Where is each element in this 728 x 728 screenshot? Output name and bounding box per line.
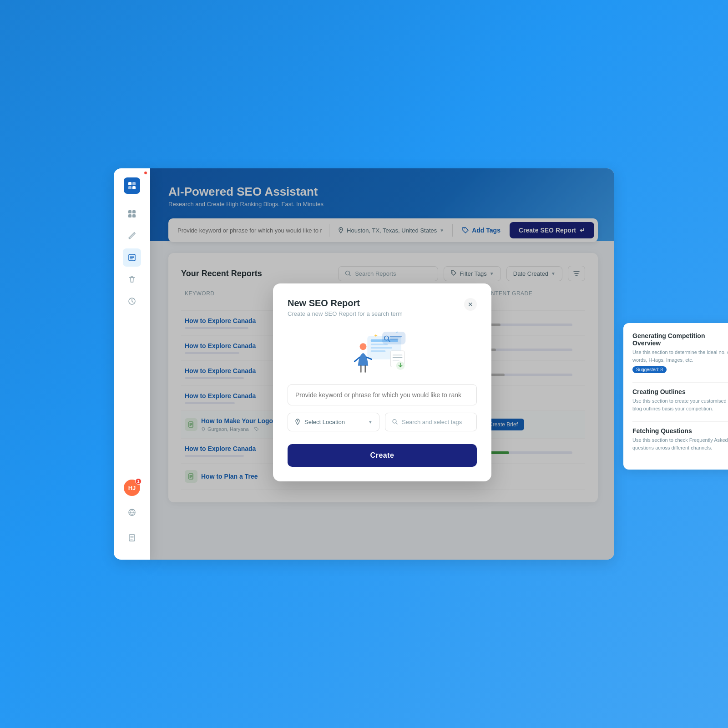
content-area: AI-Powered SEO Assistant Research and Cr… [150,168,614,560]
modal-keyword-input[interactable] [288,384,477,405]
svg-rect-6 [128,214,131,217]
suggested-badge: Suggested: 8 [632,366,667,373]
right-panel-item: Generating Competition Overview Use this… [632,332,728,373]
sidebar-item-globe[interactable] [123,503,141,521]
svg-point-27 [360,343,367,350]
svg-rect-2 [128,186,131,189]
svg-rect-7 [132,214,136,217]
modal-overlay[interactable]: New SEO Report Create a new SEO Report f… [150,168,614,560]
sidebar-item-trash[interactable] [123,270,141,288]
sidebar-item-dashboard[interactable] [123,205,141,223]
location-pin-icon2 [294,419,301,425]
search-tags-icon [392,419,398,425]
svg-rect-3 [132,186,136,189]
new-seo-report-modal: New SEO Report Create a new SEO Report f… [273,283,491,481]
sidebar-item-history[interactable] [123,292,141,310]
svg-rect-5 [132,210,136,213]
sidebar-item-reports[interactable] [123,248,141,267]
sidebar-item-book[interactable] [123,529,141,547]
sidebar: HJ 1 [114,168,150,560]
right-panel: Generating Competition Overview Use this… [623,323,728,470]
svg-point-30 [297,420,298,422]
svg-rect-1 [132,182,136,185]
modal-location-select[interactable]: Select Location ▼ [288,413,379,431]
svg-rect-21 [371,347,392,349]
svg-rect-4 [128,210,131,213]
right-panel-item: Fetching Questions Use this section to c… [632,427,728,451]
svg-rect-26 [390,338,399,339]
chevron-down-icon3: ▼ [368,420,373,425]
modal-location-tags-row: Select Location ▼ Search and select tags [288,413,477,431]
svg-rect-0 [128,182,131,185]
svg-rect-22 [371,350,386,352]
modal-subtitle: Create a new SEO Report for a search ter… [288,310,403,317]
svg-rect-23 [382,332,405,344]
modal-create-button[interactable]: Create [288,444,477,467]
sidebar-logo [124,177,140,194]
modal-close-button[interactable]: ✕ [464,298,477,311]
modal-illustration [350,328,414,374]
avatar[interactable]: HJ 1 [124,480,140,496]
sidebar-item-edit[interactable] [123,227,141,245]
modal-header: New SEO Report Create a new SEO Report f… [288,298,477,317]
svg-rect-25 [390,336,402,337]
notification-badge: 1 [135,478,142,485]
modal-title: New SEO Report [288,298,403,308]
right-panel-item: Creating Outlines Use this section to cr… [632,388,728,412]
modal-tags-select[interactable]: Search and select tags [385,413,477,431]
